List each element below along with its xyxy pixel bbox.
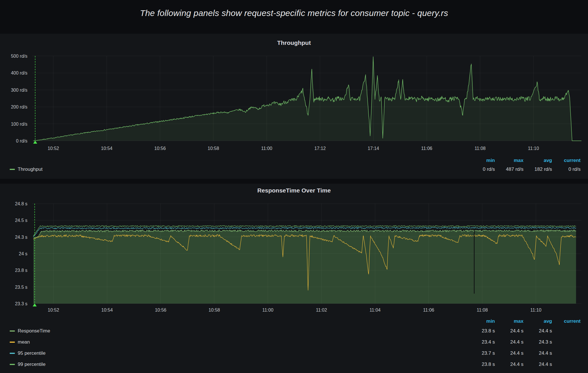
stat-value-current-throughput: 0 rd/s — [552, 167, 581, 172]
x-tick-label: 10:58 — [208, 146, 219, 151]
stat-value-max-99-percentile: 24.4 s — [495, 362, 523, 367]
x-tick-label: 10:54 — [101, 308, 113, 312]
stats-header-row: minmaxavgcurrent — [0, 317, 588, 325]
x-tick-label: 11:00 — [261, 146, 272, 151]
y-tick-label: 23.5 s — [15, 285, 27, 290]
stat-header-avg[interactable]: avg — [523, 318, 552, 324]
stat-value-current-mean — [552, 339, 581, 345]
legend-label-mean[interactable]: mean — [18, 339, 30, 345]
stat-header-current[interactable]: current — [552, 318, 581, 324]
throughput-legend: minmaxavgcurrentThroughput0 rd/s487 rd/s… — [0, 157, 588, 174]
stats-header-row: minmaxavgcurrent — [0, 157, 588, 165]
legend-row-95-percentile: 95 percentile23.7 s24.4 s24.4 s — [0, 348, 588, 359]
x-tick-label: 10:58 — [208, 308, 220, 312]
x-tick-label: 10:52 — [48, 308, 59, 312]
stat-value-min-mean: 23.4 s — [466, 339, 495, 345]
stat-value-max-responsetime: 24.4 s — [495, 328, 523, 334]
responsetime-chart[interactable]: 24.8 s24.5 s24.3 s24 s23.8 s23.5 s23.3 s… — [0, 198, 588, 316]
x-tick-label: 11:10 — [528, 146, 539, 151]
panel-title-responsetime[interactable]: ResponseTime Over Time — [0, 187, 588, 194]
stat-value-current-99-percentile — [552, 362, 581, 367]
y-tick-label: 100 rd/s — [11, 122, 27, 127]
y-tick-label: 200 rd/s — [11, 105, 27, 109]
dashboard-header: The following panels show request-specif… — [0, 0, 588, 26]
y-tick-label: 24.3 s — [15, 235, 27, 240]
stat-header-max[interactable]: max — [495, 158, 523, 163]
x-tick-label: 10:54 — [101, 146, 112, 151]
y-tick-label: 24.5 s — [15, 218, 27, 223]
stat-value-avg-responsetime: 24.4 s — [523, 328, 552, 334]
legend-color-swatch-icon[interactable] — [10, 169, 15, 170]
stat-value-max-95-percentile: 24.4 s — [495, 350, 523, 356]
stat-value-current-95-percentile — [552, 350, 581, 356]
legend-row-99-percentile: 99 percentile23.8 s24.4 s24.4 s — [0, 359, 588, 370]
dashboard-title: The following panels show request-specif… — [140, 8, 448, 18]
y-tick-label: 23.3 s — [15, 301, 27, 306]
stat-value-avg-throughput: 182 rd/s — [523, 167, 552, 172]
x-tick-label: 11:08 — [475, 146, 486, 151]
x-tick-label: 10:56 — [154, 146, 166, 151]
legend-color-swatch-icon[interactable] — [10, 330, 15, 332]
stat-value-min-99-percentile: 23.8 s — [466, 362, 495, 367]
stat-header-min[interactable]: min — [466, 158, 495, 163]
stat-value-avg-95-percentile: 24.4 s — [523, 350, 552, 356]
legend-label-responsetime[interactable]: ResponseTime — [18, 328, 50, 334]
responsetime-panel: ResponseTime Over Time 24.8 s24.5 s24.3 … — [0, 184, 588, 373]
panel-title-throughput[interactable]: Throughput — [0, 39, 588, 46]
annotation-marker-icon[interactable] — [33, 303, 37, 306]
y-tick-label: 0 rd/s — [16, 139, 27, 143]
series-fill-responsetime — [33, 230, 576, 304]
legend-color-swatch-icon[interactable] — [10, 353, 15, 354]
legend-left: mean — [10, 339, 466, 345]
legend-label-95-percentile[interactable]: 95 percentile — [18, 350, 45, 356]
legend-color-swatch-icon[interactable] — [10, 342, 15, 343]
x-tick-label: 11:06 — [421, 146, 432, 151]
y-tick-label: 300 rd/s — [11, 88, 27, 93]
x-tick-label: 11:10 — [530, 308, 541, 312]
stat-header-avg[interactable]: avg — [523, 158, 552, 163]
stat-header-current[interactable]: current — [552, 158, 581, 163]
x-tick-label: 10:56 — [155, 308, 166, 312]
legend-left: 95 percentile — [10, 350, 466, 356]
x-tick-label: 10:52 — [48, 146, 59, 151]
x-tick-label: 11:00 — [262, 308, 273, 312]
legend-row-mean: mean23.4 s24.4 s24.3 s — [0, 336, 588, 348]
x-tick-label: 17:12 — [314, 146, 326, 151]
legend-row-throughput: Throughput0 rd/s487 rd/s182 rd/s0 rd/s — [0, 165, 588, 174]
throughput-chart[interactable]: 500 rd/s400 rd/s300 rd/s200 rd/s100 rd/s… — [0, 50, 588, 154]
stat-value-current-responsetime — [552, 328, 581, 334]
stat-value-min-responsetime: 23.8 s — [466, 328, 495, 334]
stat-header-min[interactable]: min — [466, 318, 495, 324]
stat-header-max[interactable]: max — [495, 318, 523, 324]
legend-row-responsetime: ResponseTime23.8 s24.4 s24.4 s — [0, 325, 588, 336]
stat-value-max-throughput: 487 rd/s — [495, 167, 523, 172]
x-tick-label: 11:04 — [370, 308, 381, 312]
x-tick-label: 11:06 — [423, 308, 434, 312]
legend-left: ResponseTime — [10, 328, 466, 334]
y-tick-label: 24.8 s — [15, 201, 27, 206]
x-tick-label: 11:02 — [316, 308, 327, 312]
stat-value-avg-mean: 24.3 s — [523, 339, 552, 345]
y-tick-label: 500 rd/s — [11, 54, 27, 59]
throughput-panel: Throughput 500 rd/s400 rd/s300 rd/s200 r… — [0, 34, 588, 179]
legend-left: Throughput — [10, 167, 466, 172]
stat-value-min-95-percentile: 23.7 s — [466, 350, 495, 356]
legend-color-swatch-icon[interactable] — [10, 364, 15, 365]
stat-value-min-throughput: 0 rd/s — [466, 167, 495, 172]
y-tick-label: 400 rd/s — [11, 71, 27, 75]
responsetime-legend: minmaxavgcurrentResponseTime23.8 s24.4 s… — [0, 317, 588, 370]
x-tick-label: 17:14 — [368, 146, 379, 151]
x-tick-label: 11:08 — [477, 308, 488, 312]
y-tick-label: 23.8 s — [15, 268, 27, 273]
legend-left: 99 percentile — [10, 362, 466, 367]
stat-value-avg-99-percentile: 24.4 s — [523, 362, 552, 367]
stat-value-max-mean: 24.4 s — [495, 339, 523, 345]
legend-label-99-percentile[interactable]: 99 percentile — [18, 362, 45, 367]
legend-label-throughput[interactable]: Throughput — [18, 167, 43, 172]
y-tick-label: 24 s — [19, 251, 27, 256]
